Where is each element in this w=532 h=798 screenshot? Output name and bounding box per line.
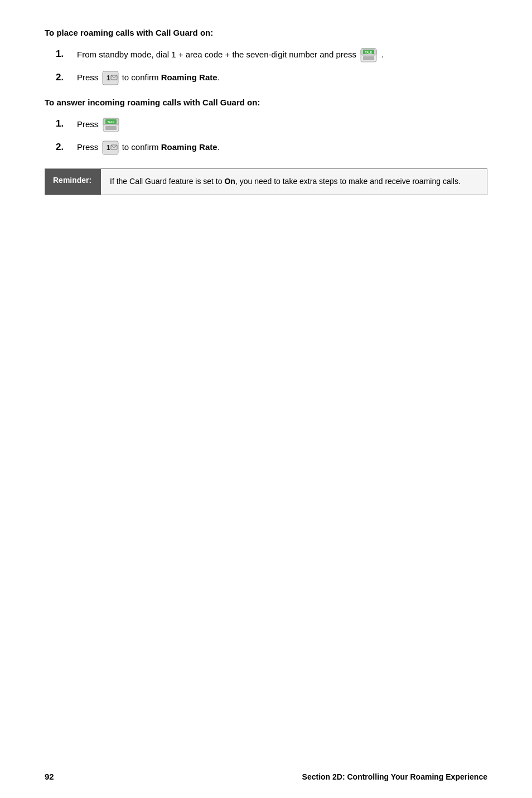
section2-step1: 1. Press TALK (56, 117, 487, 133)
step-number: 2. (56, 140, 72, 154)
section1-steps: 1. From standby mode, dial 1 + area code… (45, 47, 487, 85)
step2-text-before: Press (77, 72, 98, 82)
svg-rect-12 (105, 126, 117, 130)
step-content: Press 1 to confirm Roaming Rate. (77, 141, 487, 155)
svg-rect-13 (103, 141, 118, 154)
roaming-rate-label2: Roaming Rate (161, 142, 217, 152)
svg-rect-4 (363, 56, 374, 60)
reminder-bold: On (224, 177, 235, 186)
section1-heading: To place roaming calls with Call Guard o… (45, 28, 487, 37)
step2-confirm-text2: to confirm (122, 142, 159, 152)
step2-text-before: Press (77, 142, 98, 152)
section2-step2: 2. Press 1 to confirm Roaming Rate. (56, 141, 487, 155)
reminder-text-after: , you need to take extra steps to make a… (235, 177, 461, 186)
roaming-rate-label: Roaming Rate (161, 72, 217, 82)
section1-step1: 1. From standby mode, dial 1 + area code… (56, 47, 487, 63)
svg-text:1: 1 (107, 144, 110, 152)
talk-button-icon2: TALK (102, 117, 120, 133)
step-content: Press TALK (77, 117, 487, 133)
section1-step2: 2. Press 1 to confirm Roaming Rate. (56, 71, 487, 85)
step-number: 1. (56, 47, 72, 61)
page-footer: 92 Section 2D: Controlling Your Roaming … (0, 772, 532, 781)
step-number: 2. (56, 70, 72, 85)
step2-confirm-text: to confirm (122, 72, 159, 82)
key1-icon: 1 (102, 71, 119, 85)
step1-text-before: From standby mode, dial 1 + area code + … (77, 50, 356, 59)
section2-heading: To answer incoming roaming calls with Ca… (45, 98, 487, 107)
reminder-text-before: If the Call Guard feature is set to (110, 177, 223, 186)
section2-steps: 1. Press TALK 2. Press (45, 117, 487, 155)
key1-icon2: 1 (102, 141, 119, 155)
svg-text:TALK: TALK (107, 120, 114, 124)
step-content: Press 1 to confirm Roaming Rate. (77, 71, 487, 85)
step-content: From standby mode, dial 1 + area code + … (77, 47, 487, 63)
svg-text:1: 1 (107, 74, 110, 82)
page-number: 92 (45, 772, 54, 781)
footer-section-title: Section 2D: Controlling Your Roaming Exp… (302, 772, 487, 781)
step2-period2: . (217, 142, 220, 152)
reminder-box: Reminder: If the Call Guard feature is s… (45, 168, 487, 195)
talk-button-icon: TALK (360, 47, 378, 63)
step1-text-before: Press (77, 119, 98, 129)
step2-text-after: . (217, 72, 220, 82)
reminder-label: Reminder: (45, 169, 101, 195)
step1-text-after: . (381, 50, 383, 59)
svg-text:TALK: TALK (365, 51, 373, 54)
reminder-content: If the Call Guard feature is set to On, … (101, 169, 487, 195)
svg-rect-5 (103, 71, 118, 85)
step-number: 1. (56, 117, 72, 131)
